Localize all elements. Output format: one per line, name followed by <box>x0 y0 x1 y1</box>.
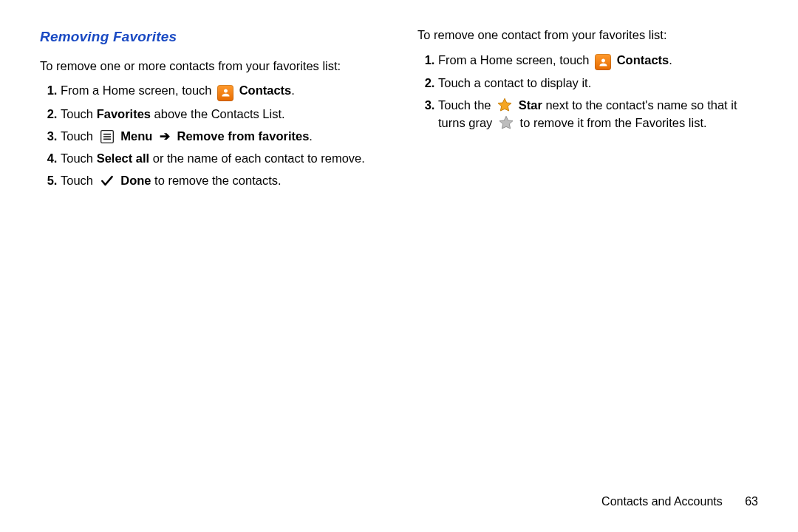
text: above the Contacts List. <box>151 107 285 120</box>
favorites-label: Favorites <box>97 107 151 120</box>
select-all-label: Select all <box>97 151 150 165</box>
menu-label: Menu <box>120 129 152 143</box>
text: Touch <box>61 151 97 165</box>
text: . <box>291 83 295 97</box>
page-number: 63 <box>745 495 758 508</box>
contacts-label: Contacts <box>617 53 669 66</box>
manual-page: Removing Favorites To remove one or more… <box>0 0 798 532</box>
text: Touch <box>61 107 97 120</box>
svg-rect-3 <box>103 138 111 140</box>
contacts-label: Contacts <box>239 83 292 97</box>
page-footer: Contacts and Accounts 63 <box>601 495 758 508</box>
right-intro: To remove one contact from your favorite… <box>417 27 765 44</box>
left-step-1: From a Home screen, touch Contacts. <box>61 82 388 101</box>
right-steps: From a Home screen, touch Contacts. Touc… <box>417 52 765 132</box>
right-step-2: Touch a contact to display it. <box>438 75 765 92</box>
star-label: Star <box>519 98 542 112</box>
left-column: Removing Favorites To remove one or more… <box>40 27 388 194</box>
footer-section: Contacts and Accounts <box>601 495 723 508</box>
left-step-5: Touch Done to remove the contacts. <box>61 172 388 190</box>
right-column: To remove one contact from your favorite… <box>417 27 765 194</box>
contacts-icon <box>595 54 611 70</box>
svg-rect-1 <box>103 134 111 135</box>
right-step-1: From a Home screen, touch Contacts. <box>438 52 765 71</box>
text: or the name of each contact to remove. <box>149 151 365 165</box>
text: Touch <box>61 129 97 143</box>
star-gold-icon <box>497 97 513 113</box>
text: Touch the <box>438 98 494 112</box>
left-steps: From a Home screen, touch Contacts. Touc… <box>40 82 388 189</box>
text: From a Home screen, touch <box>438 53 593 66</box>
text: From a Home screen, touch <box>61 83 215 97</box>
two-column-layout: Removing Favorites To remove one or more… <box>40 27 765 194</box>
left-step-4: Touch Select all or the name of each con… <box>61 150 388 168</box>
right-step-3: Touch the Star next to the contact's nam… <box>438 97 765 132</box>
section-heading: Removing Favorites <box>40 27 388 47</box>
arrow-icon: ➔ <box>160 128 170 146</box>
check-icon <box>99 173 115 189</box>
text: Touch <box>61 174 97 187</box>
text: to remove the contacts. <box>151 174 281 187</box>
menu-icon <box>99 129 115 145</box>
remove-favorites-label: Remove from favorites <box>177 129 310 143</box>
contacts-icon <box>217 85 233 101</box>
text: . <box>309 129 313 143</box>
done-label: Done <box>120 174 151 187</box>
left-intro: To remove one or more contacts from your… <box>40 58 388 75</box>
star-gray-icon <box>498 115 514 131</box>
svg-rect-2 <box>103 136 111 137</box>
left-step-2: Touch Favorites above the Contacts List. <box>61 106 388 123</box>
text: to remove it from the Favorites list. <box>520 116 707 129</box>
left-step-3: Touch Menu ➔ Remove from favorites. <box>61 128 388 146</box>
text: . <box>669 53 672 66</box>
